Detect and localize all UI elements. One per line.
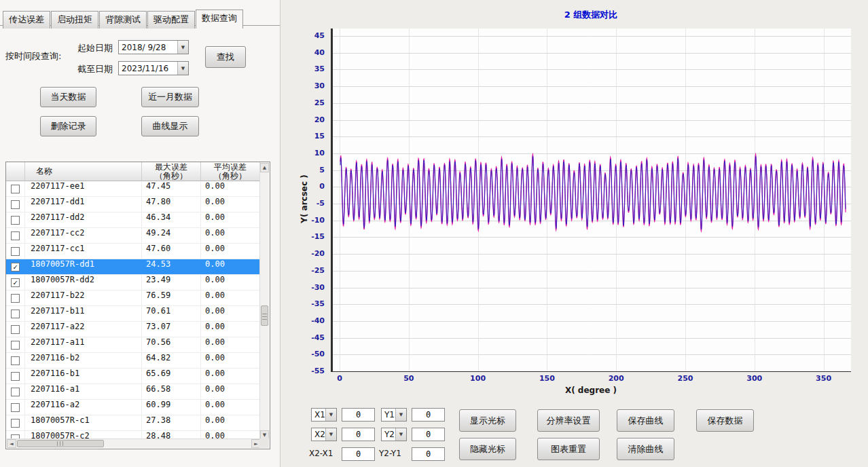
x-tick-label: 100 [465, 374, 492, 383]
table-row[interactable]: ✓18070057R-dd223.490.00 [6, 275, 260, 291]
table-row[interactable]: 2207117-b2276.590.00 [6, 291, 260, 306]
tab-transmission-error[interactable]: 传达误差 [3, 11, 50, 29]
row-max-error: 23.49 [142, 275, 201, 290]
header-name[interactable]: 名称 [25, 162, 142, 181]
row-checkbox[interactable] [11, 356, 20, 365]
row-checkbox[interactable] [11, 294, 20, 303]
x2-value-input[interactable] [342, 428, 375, 441]
chevron-down-icon[interactable]: ▼ [325, 428, 336, 441]
table-row[interactable]: 2207117-ee147.450.00 [6, 181, 260, 197]
y1-cursor-select[interactable]: Y1 ▼ [381, 408, 407, 422]
row-checkbox[interactable] [11, 341, 20, 350]
row-checkbox[interactable] [11, 403, 20, 412]
delta-x-input[interactable] [342, 447, 375, 461]
tab-start-torque[interactable]: 启动扭矩 [51, 11, 98, 29]
row-name: 2207117-ee1 [25, 181, 142, 196]
row-avg-error: 0.00 [201, 275, 260, 290]
tab-data-query[interactable]: 数据查询 [196, 10, 243, 29]
start-date-picker[interactable]: 2018/ 9/28 ▼ [118, 40, 189, 54]
save-data-button[interactable]: 保存数据 [696, 409, 754, 432]
x-tick-label: 300 [741, 374, 768, 383]
row-checkbox[interactable] [11, 247, 20, 256]
table-row[interactable]: 2207117-dd147.800.00 [6, 197, 260, 212]
row-avg-error: 0.00 [201, 369, 260, 384]
row-checkbox[interactable] [11, 419, 20, 428]
chevron-down-icon[interactable]: ▼ [395, 409, 406, 421]
header-max-error[interactable]: 最大误差 （角秒） [142, 162, 201, 181]
table-row[interactable]: 2207116-b264.820.00 [6, 353, 260, 369]
table-row[interactable]: 2207117-a1170.560.00 [6, 337, 260, 353]
horizontal-scroll-thumb[interactable] [17, 440, 104, 447]
row-checkbox[interactable] [11, 200, 20, 209]
x1-value-input[interactable] [342, 408, 375, 422]
last-month-data-button[interactable]: 近一月数据 [141, 87, 199, 107]
row-avg-error: 0.00 [201, 384, 260, 399]
table-row[interactable]: 2207116-b165.690.00 [6, 369, 260, 384]
resolution-settings-button[interactable]: 分辨率设置 [537, 409, 600, 432]
row-checkbox-cell [6, 400, 25, 415]
delete-record-button[interactable]: 删除记录 [40, 116, 96, 136]
scrollbar-corner [259, 438, 269, 448]
y-tick-label: 40 [299, 48, 325, 57]
delta-x-label: X2-X1 [309, 449, 333, 458]
row-max-error: 70.56 [142, 337, 201, 352]
clear-curve-button[interactable]: 清除曲线 [617, 438, 674, 460]
row-checkbox[interactable] [11, 310, 20, 318]
row-max-error: 47.60 [142, 244, 201, 259]
horizontal-scrollbar[interactable]: ◄ ► [7, 438, 261, 448]
chevron-down-icon[interactable]: ▼ [177, 62, 188, 75]
chevron-down-icon[interactable]: ▼ [325, 409, 336, 421]
table-row[interactable]: 2207117-cc249.240.00 [6, 228, 260, 244]
today-data-button[interactable]: 当天数据 [40, 87, 96, 107]
row-max-error: 47.80 [142, 197, 201, 212]
row-avg-error: 0.00 [201, 244, 260, 259]
tab-drive-config[interactable]: 驱动配置 [147, 11, 195, 29]
row-name: 2207117-a11 [25, 337, 142, 352]
row-checkbox[interactable] [11, 185, 20, 193]
chevron-down-icon[interactable]: ▼ [395, 428, 406, 441]
row-checkbox[interactable] [11, 372, 20, 381]
row-checkbox[interactable] [11, 216, 20, 225]
x1-cursor-select[interactable]: X1 ▼ [311, 408, 337, 422]
y2-cursor-select[interactable]: Y2 ▼ [381, 428, 407, 441]
hide-cursor-button[interactable]: 隐藏光标 [459, 438, 516, 460]
chart-plot[interactable] [331, 29, 851, 372]
table-row[interactable]: ✓18070057R-dd124.530.00 [6, 259, 260, 275]
end-date-picker[interactable]: 2023/11/16 ▼ [118, 61, 189, 75]
y-tick-label: -50 [299, 350, 325, 358]
scroll-up-icon[interactable]: ▲ [260, 163, 269, 172]
row-max-error: 27.38 [142, 415, 201, 430]
tab-strip: 传达误差 启动扭矩 背隙测试 驱动配置 数据查询 [3, 10, 244, 29]
row-checkbox[interactable] [11, 388, 20, 396]
y-tick-label: 20 [299, 115, 325, 124]
tab-backlash-test[interactable]: 背隙测试 [99, 11, 147, 29]
table-row[interactable]: 2207116-a166.580.00 [6, 384, 260, 400]
table-row[interactable]: 2207117-cc147.600.00 [6, 244, 260, 259]
curve-display-button[interactable]: 曲线显示 [141, 116, 199, 136]
header-avg-error[interactable]: 平均误差 （角秒） [201, 162, 260, 181]
row-checkbox[interactable]: ✓ [11, 278, 20, 287]
show-cursor-button[interactable]: 显示光标 [459, 409, 516, 432]
save-curve-button[interactable]: 保存曲线 [617, 409, 674, 432]
search-button[interactable]: 查找 [205, 46, 246, 68]
vertical-scroll-thumb[interactable] [261, 305, 268, 326]
y1-value-input[interactable] [412, 408, 445, 422]
table-row[interactable]: 2207116-a260.990.00 [6, 400, 260, 415]
start-date-label: 起始日期 [77, 42, 113, 54]
row-checkbox[interactable] [11, 325, 20, 334]
row-checkbox[interactable]: ✓ [11, 263, 20, 272]
scroll-left-icon[interactable]: ◄ [7, 439, 16, 448]
chart-reset-button[interactable]: 图表重置 [537, 438, 600, 460]
chevron-down-icon[interactable]: ▼ [177, 41, 188, 54]
row-checkbox[interactable] [11, 231, 20, 240]
table-row[interactable]: 2207117-b1170.610.00 [6, 306, 260, 322]
x2-cursor-select[interactable]: X2 ▼ [311, 428, 337, 441]
table-row[interactable]: 2207117-dd246.340.00 [6, 212, 260, 228]
y2-value-input[interactable] [412, 428, 445, 441]
table-row[interactable]: 2207117-a2273.070.00 [6, 322, 260, 337]
table-row[interactable]: 18070057R-c127.380.00 [6, 415, 260, 431]
y-tick-label: -20 [299, 249, 325, 258]
y-tick-label: 10 [299, 149, 325, 157]
vertical-scrollbar[interactable]: ▲ ▼ [259, 163, 269, 440]
delta-y-input[interactable] [412, 447, 445, 461]
